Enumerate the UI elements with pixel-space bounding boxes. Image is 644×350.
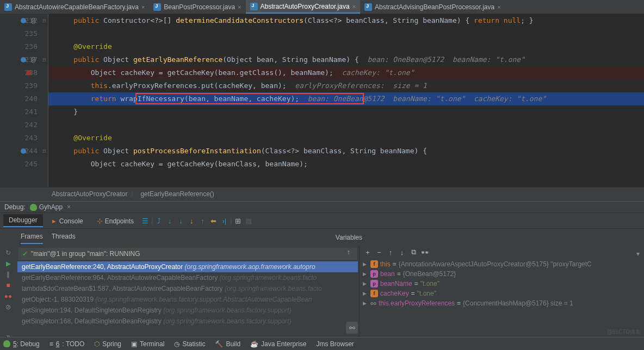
- view-bp-icon[interactable]: ●●: [4, 292, 13, 301]
- override-icon[interactable]: [21, 148, 26, 154]
- java-icon: [153, 3, 161, 11]
- bug-icon: [30, 204, 37, 211]
- resume-icon[interactable]: ▶: [4, 259, 13, 268]
- variable-row[interactable]: ▶p beanName = "t.one": [363, 279, 641, 289]
- drop-frame-icon[interactable]: ⬅: [209, 216, 218, 225]
- force-step-icon[interactable]: ↓: [187, 216, 196, 225]
- close-icon[interactable]: ×: [67, 203, 71, 211]
- down-icon[interactable]: ↓: [398, 248, 406, 257]
- file-tab[interactable]: AbstractAutowireCapableBeanFactory.java×: [0, 0, 149, 14]
- link-icon[interactable]: ⚯: [346, 322, 358, 334]
- frames-panel: ✓ "main"@1 in group "main": RUNNING ▾ ↑ …: [16, 246, 359, 344]
- close-icon[interactable]: ×: [141, 4, 145, 10]
- tab-endpoints[interactable]: ⊹Endpoints: [90, 214, 139, 227]
- layout-icon[interactable]: ☰: [141, 216, 150, 225]
- rerun-icon[interactable]: ↻: [4, 248, 13, 257]
- step-over-icon[interactable]: ↓: [165, 216, 174, 225]
- java-icon: [250, 3, 258, 10]
- java-icon: [364, 3, 372, 11]
- sb-terminal[interactable]: ▣ Terminal: [131, 340, 164, 348]
- stack-frame[interactable]: getSingleton:194, DefaultSingletonBeanRe…: [17, 305, 358, 316]
- evaluate-icon[interactable]: ⊞: [233, 216, 242, 225]
- stack-frame[interactable]: getEarlyBeanReference:240, AbstractAutoP…: [17, 261, 358, 272]
- file-tab[interactable]: BeanPostProcessor.java×: [149, 0, 245, 14]
- stack-frame[interactable]: getObject:-1, 883020319 (org.springframe…: [17, 294, 358, 305]
- debug-side-toolbar: ↻ ▶ ∥ ■ ●● ⊘ »: [0, 246, 16, 344]
- variable-row[interactable]: ▶f cacheKey = "t.one": [363, 289, 641, 298]
- file-tab[interactable]: AbstractAdvisingBeanPostProcessor.java×: [360, 0, 505, 14]
- remove-watch-icon[interactable]: −: [375, 248, 383, 257]
- at-icon: @: [30, 14, 35, 20]
- frames-header: Frames Threads Variables: [0, 228, 644, 246]
- sb-spring[interactable]: ⬡Spring: [94, 340, 121, 348]
- stop-icon[interactable]: ■: [4, 281, 13, 290]
- override-icon[interactable]: [21, 57, 26, 62]
- variables-header: Variables: [330, 231, 368, 244]
- variable-row[interactable]: ▶f this = {AnnotationAwareAspectJAutoPro…: [363, 259, 641, 269]
- sb-debug[interactable]: 5: 5: DebugDebug: [3, 340, 40, 348]
- stack-frame[interactable]: lambda$doCreateBean$1:587, AbstractAutow…: [17, 283, 358, 294]
- status-bar: 5: 5: DebugDebug ≡ 6: TODO ⬡Spring ▣ Ter…: [0, 337, 644, 350]
- line-gutter: @232 235 236 @237 238 239 240 241 242 24…: [0, 14, 41, 187]
- new-watch-icon[interactable]: +: [363, 248, 372, 257]
- param-icon: p: [370, 270, 378, 278]
- close-icon[interactable]: ×: [238, 4, 241, 10]
- field-icon: f: [370, 260, 378, 268]
- variable-row[interactable]: ▶oo this.earlyProxyReferences = {Concurr…: [363, 298, 641, 308]
- tab-frames[interactable]: Frames: [21, 231, 43, 244]
- editor-tabs: AbstractAutowireCapableBeanFactory.java×…: [0, 0, 644, 14]
- bug-icon: [3, 340, 10, 347]
- check-icon: ✓: [22, 250, 28, 258]
- watermark: @51CTO博客: [607, 328, 641, 336]
- debug-label: Debug:: [4, 203, 26, 211]
- breakpoint-icon[interactable]: [26, 70, 32, 76]
- glasses-icon[interactable]: 👓: [420, 248, 429, 257]
- step-out-icon[interactable]: ↑: [198, 216, 207, 225]
- debug-toolbar: Debugger ▸Console ⊹Endpoints ☰ | ⤴ ↓ ↓ ↓…: [0, 212, 644, 228]
- code-editor[interactable]: @232 235 236 @237 238 239 240 241 242 24…: [0, 14, 644, 187]
- java-icon: [4, 3, 12, 11]
- breadcrumb[interactable]: AbstractAutoProxyCreator〉getEarlyBeanRef…: [0, 187, 644, 201]
- up-icon[interactable]: ↑: [386, 248, 395, 257]
- thread-selector[interactable]: ✓ "main"@1 in group "main": RUNNING ▾: [18, 248, 357, 260]
- override-icon[interactable]: [21, 18, 26, 23]
- watch-icon: oo: [370, 299, 376, 307]
- param-icon: p: [370, 280, 378, 288]
- field-icon: f: [370, 290, 378, 297]
- stack-frame[interactable]: getSingleton:168, DefaultSingletonBeanRe…: [17, 316, 358, 327]
- endpoints-icon: ⊹: [96, 216, 104, 225]
- dropdown-icon[interactable]: ▾: [636, 250, 640, 258]
- file-tab[interactable]: AbstractAutoProxyCreator.java×: [246, 0, 361, 14]
- tab-threads[interactable]: Threads: [52, 231, 76, 244]
- mute-bp-icon[interactable]: ⊘: [4, 303, 13, 311]
- variable-row[interactable]: ▶p bean = {OneBean@5172}: [363, 269, 641, 279]
- stack-frames[interactable]: getEarlyBeanReference:240, AbstractAutoP…: [17, 261, 358, 327]
- prev-frame-icon[interactable]: ↑: [344, 247, 353, 256]
- close-icon[interactable]: ×: [352, 3, 356, 10]
- step-into-icon[interactable]: ↓: [176, 216, 185, 225]
- current-exec-line: return wrapIfNecessary(bean, beanName, c…: [48, 92, 644, 105]
- stack-frame[interactable]: getEarlyBeanReference:964, AbstractAutow…: [17, 272, 358, 283]
- console-icon: ▸: [50, 216, 59, 225]
- close-icon[interactable]: ×: [497, 4, 500, 10]
- sb-statistic[interactable]: ◷ Statistic: [174, 340, 205, 348]
- variables-panel: + − ↑ ↓ ⧉ 👓 ▶f this = {AnnotationAwareAs…: [359, 246, 644, 344]
- show-exec-icon[interactable]: ⤴: [154, 216, 163, 225]
- sb-build[interactable]: 🔨 Build: [215, 340, 240, 348]
- run-to-cursor-icon[interactable]: ›|: [220, 216, 228, 225]
- pause-icon[interactable]: ∥: [4, 270, 13, 279]
- sb-todo[interactable]: ≡ 6: TODO: [49, 340, 85, 348]
- trace-icon[interactable]: ▦: [244, 216, 253, 225]
- sb-java[interactable]: ☕ Java Enterprise: [250, 340, 306, 348]
- tab-console[interactable]: ▸Console: [44, 214, 89, 227]
- vars-toolbar: + − ↑ ↓ ⧉ 👓: [360, 246, 644, 258]
- sb-jms[interactable]: Jms Browser: [316, 340, 354, 348]
- code-area[interactable]: public Constructor<?>[] determineCandida…: [48, 14, 644, 187]
- tab-debugger[interactable]: Debugger: [3, 214, 43, 227]
- fold-gutter[interactable]: ⊟⊟⊟: [41, 14, 48, 187]
- dup-icon[interactable]: ⧉: [409, 248, 418, 257]
- debug-header: Debug: GyhApp×: [0, 201, 644, 212]
- variables-list[interactable]: ▶f this = {AnnotationAwareAspectJAutoPro…: [360, 258, 644, 309]
- debug-config[interactable]: GyhApp×: [30, 203, 71, 211]
- debug-body: ↻ ▶ ∥ ■ ●● ⊘ » ✓ "main"@1 in group "main…: [0, 246, 644, 344]
